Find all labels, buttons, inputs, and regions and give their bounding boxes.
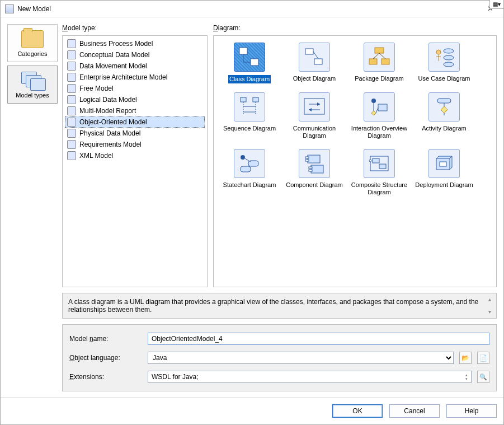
stack-icon <box>21 72 44 90</box>
model-type-item[interactable]: Enterprise Architecture Model <box>65 72 205 83</box>
dialog-body: Categories Model types Model type: Diagr… <box>1 17 503 397</box>
svg-rect-9 <box>381 59 389 64</box>
model-name-input[interactable] <box>148 333 489 345</box>
svg-rect-24 <box>304 99 324 114</box>
diagram-label: Activity Diagram <box>422 125 466 132</box>
model-icon <box>67 151 76 160</box>
list-item-label: Data Movement Model <box>79 62 147 70</box>
model-type-item[interactable]: Free Model <box>65 83 205 94</box>
object-language-row: Object language: Java 📂 📄 <box>69 352 489 364</box>
tab-model-types[interactable]: Model types <box>7 66 58 104</box>
extensions-manage-button[interactable]: 🔍 <box>477 371 489 383</box>
magnifier-icon: 🔍 <box>479 373 487 381</box>
model-icon <box>67 95 76 104</box>
svg-line-6 <box>313 52 318 59</box>
list-item-label: Logical Data Model <box>79 96 137 104</box>
deployment-diagram-icon <box>428 149 460 178</box>
model-type-item[interactable]: Data Movement Model <box>65 60 205 72</box>
svg-rect-19 <box>253 97 258 102</box>
svg-rect-44 <box>305 160 309 161</box>
model-type-item[interactable]: XML Model <box>65 150 205 161</box>
svg-point-29 <box>371 99 376 103</box>
svg-line-41 <box>245 158 251 162</box>
diagram-header: Diagram: <box>213 24 497 34</box>
diagram-panel[interactable]: Class Diagram Object Diagram Package Dia… <box>213 35 497 287</box>
scroll-up-icon[interactable]: ▴ <box>485 296 494 303</box>
model-type-item[interactable]: Business Process Model <box>65 38 205 49</box>
diagram-label: Class Diagram <box>228 75 271 83</box>
extensions-value: WSDL for Java; <box>152 373 199 381</box>
extensions-row: Extensions: WSDL for Java; ▴▾ 🔍 <box>69 371 489 383</box>
model-icon <box>67 39 76 48</box>
diagram-item[interactable]: Deployment Diagram <box>412 146 477 202</box>
model-icon <box>67 73 76 82</box>
svg-rect-47 <box>309 170 312 171</box>
diagram-item[interactable]: Use Case Diagram <box>412 39 477 89</box>
diagram-item[interactable]: Sequence Diagram <box>217 89 282 145</box>
model-type-item[interactable]: Multi-Model Report <box>65 105 205 116</box>
model-icon <box>67 118 76 127</box>
svg-rect-8 <box>369 59 377 64</box>
diagram-label: Use Case Diagram <box>418 75 470 82</box>
scroll-down-icon[interactable]: ▾ <box>485 308 494 316</box>
list-item-label: Enterprise Architecture Model <box>79 73 167 81</box>
object-diagram-icon <box>299 43 330 72</box>
svg-point-15 <box>444 49 454 53</box>
model-icon <box>67 50 76 59</box>
diagram-item[interactable]: Statechart Diagram <box>217 146 282 202</box>
main-content: Categories Model types Model type: Diagr… <box>7 24 497 391</box>
list-item-label: XML Model <box>79 152 113 160</box>
diagram-item[interactable]: Package Diagram <box>347 39 412 89</box>
diagram-item[interactable]: Composite Structure Diagram <box>347 146 412 202</box>
file-new-icon: 📄 <box>479 354 487 362</box>
model-type-item[interactable]: Logical Data Model <box>65 94 205 105</box>
model-icon <box>67 62 76 71</box>
window-title: New Model <box>17 5 479 13</box>
diagram-label: Statechart Diagram <box>223 181 276 189</box>
cancel-button[interactable]: Cancel <box>389 404 440 418</box>
svg-rect-45 <box>311 165 323 173</box>
model-icon <box>67 106 76 115</box>
form-box: Model name: Object language: Java 📂 📄 Ex… <box>62 324 497 391</box>
model-type-item[interactable]: Conceptual Data Model <box>65 49 205 60</box>
diagram-item[interactable]: Communication Diagram <box>282 89 347 145</box>
extensions-field[interactable]: WSDL for Java; ▴▾ <box>148 371 472 383</box>
svg-rect-30 <box>378 104 387 111</box>
model-type-list[interactable]: Business Process Model Conceptual Data M… <box>62 35 208 287</box>
package-diagram-icon <box>364 43 395 72</box>
communication-diagram-icon <box>299 92 330 122</box>
activity-diagram-icon <box>428 92 460 122</box>
model-type-item[interactable]: Requirements Model <box>65 139 205 150</box>
svg-marker-28 <box>309 108 312 111</box>
list-item-label: Business Process Model <box>79 40 153 48</box>
diagram-item[interactable]: Interaction Overview Diagram <box>347 89 412 145</box>
diagram-item[interactable]: Activity Diagram <box>412 89 477 145</box>
browse-folder-button[interactable]: 📂 <box>459 352 472 364</box>
model-icon <box>67 84 76 93</box>
new-file-button[interactable]: 📄 <box>477 352 489 364</box>
diagram-grid: Class Diagram Object Diagram Package Dia… <box>217 39 493 202</box>
tab-categories[interactable]: Categories <box>7 24 58 62</box>
object-language-select[interactable]: Java <box>148 352 454 364</box>
panels: Business Process Model Conceptual Data M… <box>62 35 497 287</box>
spinner-icon[interactable]: ▴▾ <box>465 373 468 381</box>
svg-rect-18 <box>241 97 246 102</box>
model-type-item[interactable]: Physical Data Model <box>65 128 205 139</box>
column-headers: Model type: Diagram: ▦▾ <box>62 24 497 34</box>
tab-model-types-label: Model types <box>16 92 49 99</box>
svg-rect-49 <box>373 158 379 163</box>
diagram-item[interactable]: Component Diagram <box>282 146 347 202</box>
model-icon <box>67 140 76 149</box>
view-mode-toggle[interactable]: ▦▾ <box>489 0 504 9</box>
ok-button[interactable]: OK <box>332 404 383 418</box>
svg-rect-50 <box>379 164 386 169</box>
interaction-overview-icon <box>364 92 395 122</box>
model-type-item-selected[interactable]: Object-Oriented Model <box>65 116 205 128</box>
help-button[interactable]: Help <box>446 404 497 418</box>
object-language-label: Object language: <box>69 354 142 362</box>
use-case-diagram-icon <box>428 43 460 72</box>
composite-structure-icon <box>364 149 395 178</box>
diagram-item[interactable]: Object Diagram <box>282 39 347 89</box>
svg-point-51 <box>369 160 371 162</box>
diagram-item-class[interactable]: Class Diagram <box>217 39 282 89</box>
